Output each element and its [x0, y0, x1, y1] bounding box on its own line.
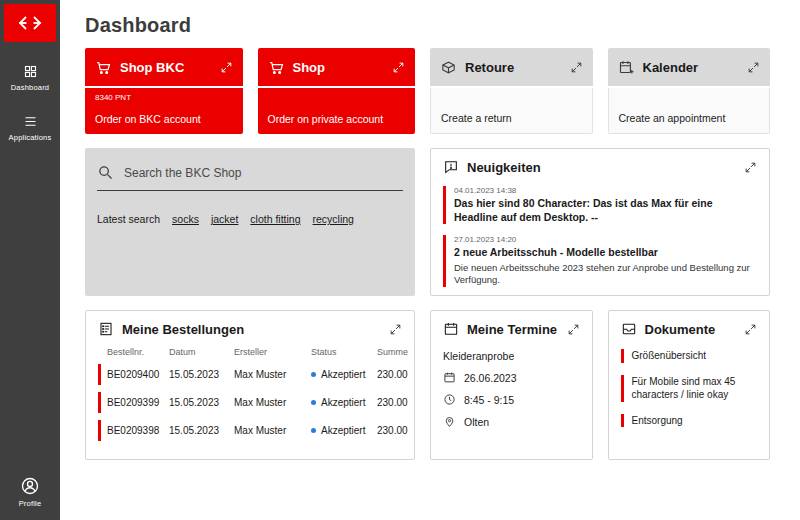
- card-subtitle: Create an appointment: [619, 112, 760, 124]
- sidebar-item-label: Dashboard: [11, 83, 50, 92]
- news-bubble-icon: [443, 159, 459, 175]
- kalender-card[interactable]: Kalender Create an appointment: [608, 48, 771, 134]
- orders-table-header: Bestellnr. Datum Ersteller Status Summe: [98, 347, 402, 357]
- expand-icon[interactable]: [567, 323, 580, 336]
- order-creator: Max Muster: [234, 397, 311, 408]
- expand-icon[interactable]: [744, 323, 757, 336]
- return-box-icon: [440, 59, 457, 76]
- news-headline: 2 neue Arbeitsschuh - Modelle bestellbar: [454, 246, 757, 260]
- app-window: Dashboard Applications Profile Dashboard: [0, 0, 800, 520]
- expand-icon[interactable]: [747, 61, 760, 74]
- order-row[interactable]: BE0209399 15.05.2023 Max Muster Akzeptie…: [98, 392, 402, 413]
- expand-icon[interactable]: [389, 323, 402, 336]
- documents-card: Dokumente Größenübersicht Für Mobile sin…: [608, 310, 771, 460]
- order-total: 230.00: [377, 397, 418, 408]
- column-header: Status: [311, 347, 377, 357]
- shop-bkc-card[interactable]: Shop BKC 8340 PNT Order on BKC account: [85, 48, 243, 134]
- order-total: 230.00: [377, 425, 418, 436]
- middle-row: Latest search socks jacket cloth fitting…: [85, 148, 770, 296]
- column-header: Summe: [377, 347, 418, 357]
- search-input[interactable]: [124, 166, 403, 180]
- order-date: 15.05.2023: [169, 369, 234, 380]
- retoure-card[interactable]: Retoure Create a return: [430, 48, 593, 134]
- card-title: Retoure: [465, 60, 514, 75]
- content: Shop BKC 8340 PNT Order on BKC account: [60, 46, 800, 474]
- status-dot: [311, 428, 316, 433]
- card-title: Shop: [293, 60, 326, 75]
- search-tag[interactable]: socks: [172, 213, 199, 225]
- news-item[interactable]: 27.01.2023 14:20 2 neue Arbeitsschuh - M…: [443, 235, 757, 286]
- page-title: Dashboard: [85, 14, 800, 37]
- appointment-location: Olten: [464, 416, 489, 428]
- sidebar-item-dashboard[interactable]: Dashboard: [0, 64, 60, 92]
- column-header: Ersteller: [234, 347, 311, 357]
- appointment-title: Kleideranprobe: [443, 350, 580, 362]
- document-item[interactable]: Für Mobile sind max 45 characters / lini…: [621, 375, 758, 402]
- sidebar-item-profile[interactable]: Profile: [0, 476, 60, 508]
- clock-icon: [443, 393, 456, 406]
- quick-tiles-row: Shop BKC 8340 PNT Order on BKC account: [85, 48, 770, 134]
- sbb-logo-icon: [17, 15, 43, 31]
- order-date: 15.05.2023: [169, 425, 234, 436]
- bottom-row: Meine Bestellungen Bestellnr. Datum Erst…: [85, 310, 770, 460]
- card-title: Kalender: [643, 60, 699, 75]
- status-badge: Akzeptiert: [321, 425, 365, 436]
- cart-icon: [268, 59, 285, 76]
- order-row[interactable]: BE0209398 15.05.2023 Max Muster Akzeptie…: [98, 420, 402, 441]
- appointment-location-row: Olten: [443, 415, 580, 428]
- main-area: Dashboard Shop BKC: [60, 0, 800, 520]
- document-item[interactable]: Größenübersicht: [621, 349, 758, 363]
- card-subtitle: Order on BKC account: [95, 113, 233, 125]
- order-list-icon: [98, 321, 114, 337]
- sbb-logo[interactable]: [4, 4, 56, 42]
- order-total: 230.00: [377, 369, 418, 380]
- order-date: 15.05.2023: [169, 397, 234, 408]
- order-creator: Max Muster: [234, 425, 311, 436]
- news-item[interactable]: 04.01.2023 14:38 Das hier sind 80 Charac…: [443, 186, 757, 224]
- status-badge: Akzeptiert: [321, 369, 365, 380]
- order-number: BE0209399: [107, 397, 169, 408]
- points-badge: 8340 PNT: [95, 93, 233, 102]
- expand-icon[interactable]: [220, 61, 233, 74]
- location-pin-icon: [443, 415, 456, 428]
- sidebar: Dashboard Applications Profile: [0, 0, 60, 520]
- calendar-plus-icon: [618, 59, 635, 76]
- order-number: BE0209400: [107, 369, 169, 380]
- orders-card: Meine Bestellungen Bestellnr. Datum Erst…: [85, 310, 415, 460]
- news-body: Die neuen Arbeitsschuhe 2023 stehen zur …: [454, 262, 757, 287]
- sidebar-item-applications[interactable]: Applications: [0, 114, 60, 142]
- profile-icon: [20, 476, 40, 496]
- search-icon: [97, 164, 114, 181]
- status-dot: [311, 372, 316, 377]
- order-row[interactable]: BE0209400 15.05.2023 Max Muster Akzeptie…: [98, 364, 402, 385]
- shop-card[interactable]: Shop Order on private account: [258, 48, 416, 134]
- dashboard-grid-icon: [23, 64, 38, 79]
- news-timestamp: 04.01.2023 14:38: [454, 186, 757, 195]
- expand-icon[interactable]: [392, 61, 405, 74]
- panel-title: Meine Termine: [467, 322, 557, 337]
- expand-icon[interactable]: [570, 61, 583, 74]
- column-header: Datum: [169, 347, 234, 357]
- status-dot: [311, 400, 316, 405]
- card-subtitle: Create a return: [441, 112, 582, 124]
- expand-icon[interactable]: [744, 161, 757, 174]
- search-tag[interactable]: jacket: [211, 213, 238, 225]
- news-headline: Das hier sind 80 Character: Das ist das …: [454, 197, 757, 224]
- sidebar-item-label: Applications: [9, 133, 52, 142]
- column-header: Bestellnr.: [107, 347, 169, 357]
- panel-title: Neuigkeiten: [467, 160, 541, 175]
- search-tag[interactable]: cloth fitting: [250, 213, 300, 225]
- appointment-date-row: 26.06.2023: [443, 371, 580, 384]
- news-card: Neuigkeiten 04.01.2023 14:38 Das hier si…: [430, 148, 770, 296]
- document-item[interactable]: Entsorgung: [621, 414, 758, 428]
- calendar-icon: [443, 321, 459, 337]
- status-badge: Akzeptiert: [321, 397, 365, 408]
- latest-search-label: Latest search: [97, 213, 160, 225]
- card-title: Shop BKC: [120, 60, 184, 75]
- profile-label: Profile: [19, 499, 42, 508]
- order-creator: Max Muster: [234, 369, 311, 380]
- bkc-search-card: Latest search socks jacket cloth fitting…: [85, 148, 415, 296]
- search-tag[interactable]: recycling: [313, 213, 354, 225]
- cart-icon: [95, 59, 112, 76]
- appointment-time: 8:45 - 9:15: [464, 394, 514, 406]
